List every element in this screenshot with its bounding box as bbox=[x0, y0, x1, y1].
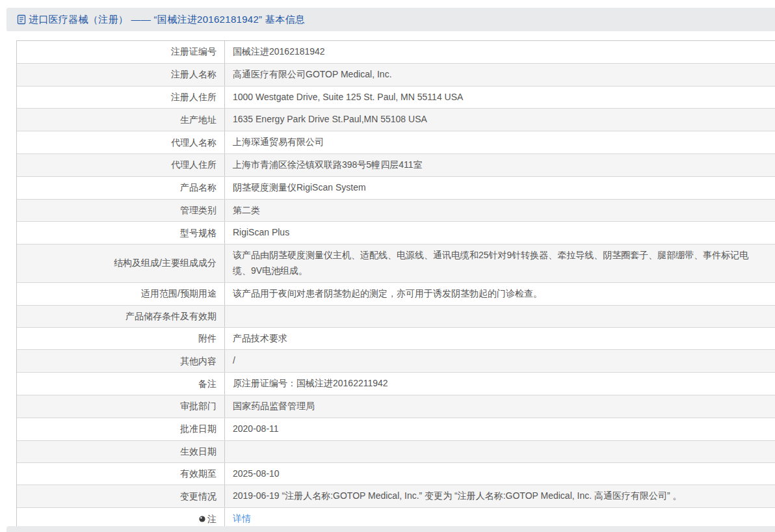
row-value: RigiScan Plus bbox=[225, 222, 775, 244]
row-label: 注册证编号 bbox=[17, 41, 225, 63]
row-value: 上海市青浦区徐泾镇双联路398号5幢四层411室 bbox=[225, 154, 775, 176]
row-value: 原注册证编号：国械注进20162211942 bbox=[225, 373, 775, 395]
row-value-text: 该产品由阴茎硬度测量仪主机、适配线、电源线、通讯电缆和25针对9针转换器、牵拉导… bbox=[233, 248, 757, 279]
table-row: 产品储存条件及有效期 bbox=[17, 306, 775, 328]
row-label-text: 其他内容 bbox=[180, 354, 217, 368]
table-row: 产品名称阴茎硬度测量仪RigiScan System bbox=[17, 177, 775, 200]
table-row: 生效日期 bbox=[17, 441, 775, 463]
row-label-text: 代理人住所 bbox=[171, 158, 217, 172]
row-label-text: 变更情况 bbox=[180, 490, 217, 503]
row-value-text: 上海市青浦区徐泾镇双联路398号5幢四层411室 bbox=[233, 157, 422, 173]
row-label-text: 产品储存条件及有效期 bbox=[125, 310, 217, 323]
row-label: 生效日期 bbox=[17, 441, 225, 462]
row-label-text: 产品名称 bbox=[180, 181, 217, 194]
row-value-text: 原注册证编号：国械注进20162211942 bbox=[233, 376, 388, 392]
document-icon bbox=[17, 14, 27, 25]
row-label-text: 注册人名称 bbox=[171, 68, 217, 81]
row-label-text: 管理类别 bbox=[180, 204, 217, 217]
row-label-text: 代理人名称 bbox=[171, 136, 217, 150]
row-value-text: 2019-06-19 “注册人名称:GOTOP Medical, Inc.” 变… bbox=[233, 488, 682, 504]
row-label: 注册人名称 bbox=[17, 64, 225, 86]
row-label: 产品名称 bbox=[17, 177, 225, 199]
row-value: 上海琛通贸易有限公司 bbox=[225, 131, 775, 153]
row-value: 1000 Westgate Drive, Suite 125 St. Paul,… bbox=[225, 86, 775, 109]
row-value: 2019-06-19 “注册人名称:GOTOP Medical, Inc.” 变… bbox=[225, 485, 775, 507]
table-row: 注册证编号国械注进20162181942 bbox=[17, 41, 775, 64]
row-value-text: 该产品用于夜间对患者阴茎勃起的测定，亦可用于诱发阴茎勃起的门诊检查。 bbox=[233, 286, 542, 302]
table-row: 有效期至2025-08-10 bbox=[17, 463, 775, 486]
row-value-text: 第二类 bbox=[233, 203, 260, 219]
row-label-text: 注册人住所 bbox=[171, 90, 217, 104]
section-header-bar: 进口医疗器械（注册） —— “国械注进20162181942” 基本信息 bbox=[7, 8, 775, 31]
detail-link[interactable]: 详情 bbox=[233, 511, 251, 527]
row-value: / bbox=[225, 350, 775, 372]
row-label: 注册人住所 bbox=[17, 86, 225, 109]
row-value-text: RigiScan Plus bbox=[233, 225, 289, 241]
row-label: 型号规格 bbox=[17, 222, 225, 244]
row-value: 该产品由阴茎硬度测量仪主机、适配线、电源线、通讯电缆和25针对9针转换器、牵拉导… bbox=[225, 245, 775, 282]
row-label: 其他内容 bbox=[17, 350, 225, 372]
row-label: 产品储存条件及有效期 bbox=[17, 306, 225, 327]
note-icon bbox=[198, 515, 206, 523]
row-label: 变更情况 bbox=[17, 485, 225, 507]
row-label-text: 批准日期 bbox=[180, 422, 217, 436]
row-label-text: 备注 bbox=[198, 377, 217, 391]
row-label: 管理类别 bbox=[17, 200, 225, 222]
table-row: 管理类别第二类 bbox=[17, 200, 775, 222]
page-title: 进口医疗器械（注册） —— “国械注进20162181942” 基本信息 bbox=[29, 14, 305, 26]
table-row: 代理人名称上海琛通贸易有限公司 bbox=[17, 131, 775, 154]
table-row: 代理人住所上海市青浦区徐泾镇双联路398号5幢四层411室 bbox=[17, 154, 775, 177]
table-row: 适用范围/预期用途该产品用于夜间对患者阴茎勃起的测定，亦可用于诱发阴茎勃起的门诊… bbox=[17, 283, 775, 306]
row-value-text: 1000 Westgate Drive, Suite 125 St. Paul,… bbox=[233, 90, 463, 105]
row-value: 1635 Energy Park Drive St.Paul,MN 55108 … bbox=[225, 109, 775, 131]
table-row: 注册人住所1000 Westgate Drive, Suite 125 St. … bbox=[17, 86, 775, 109]
row-label: 审批部门 bbox=[17, 395, 225, 418]
row-label: 代理人名称 bbox=[17, 131, 225, 153]
row-label-text: 附件 bbox=[198, 332, 217, 345]
row-label: 结构及组成/主要组成成分 bbox=[17, 245, 225, 282]
row-value: 该产品用于夜间对患者阴茎勃起的测定，亦可用于诱发阴茎勃起的门诊检查。 bbox=[225, 283, 775, 305]
row-value-text: / bbox=[233, 353, 235, 369]
row-value-text: 2020-08-11 bbox=[233, 421, 279, 437]
table-row: 结构及组成/主要组成成分该产品由阴茎硬度测量仪主机、适配线、电源线、通讯电缆和2… bbox=[17, 245, 775, 283]
row-label-text: 生效日期 bbox=[180, 445, 217, 459]
footer-bar bbox=[7, 526, 775, 532]
row-value bbox=[225, 441, 775, 462]
row-value-text: 1635 Energy Park Drive St.Paul,MN 55108 … bbox=[233, 112, 427, 127]
row-label: 代理人住所 bbox=[17, 154, 225, 176]
row-label: 附件 bbox=[17, 328, 225, 350]
registration-info-table: 注册证编号国械注进20162181942注册人名称高通医疗有限公司GOTOP M… bbox=[16, 40, 775, 531]
row-label-text: 结构及组成/主要组成成分 bbox=[114, 256, 217, 270]
row-value-text: 产品技术要求 bbox=[233, 331, 287, 347]
row-label: 备注 bbox=[17, 373, 225, 395]
row-value: 国家药品监督管理局 bbox=[225, 395, 775, 418]
table-row: 生产地址1635 Energy Park Drive St.Paul,MN 55… bbox=[17, 109, 775, 131]
row-value-text: 阴茎硬度测量仪RigiScan System bbox=[233, 180, 366, 196]
row-value: 第二类 bbox=[225, 200, 775, 222]
table-row: 备注原注册证编号：国械注进20162211942 bbox=[17, 373, 775, 395]
table-row: 审批部门国家药品监督管理局 bbox=[17, 395, 775, 418]
row-value-text: 2025-08-10 bbox=[233, 466, 280, 482]
row-label-text: 适用范围/预期用途 bbox=[141, 287, 217, 300]
row-value: 国械注进20162181942 bbox=[225, 41, 775, 63]
row-value-text: 国械注进20162181942 bbox=[233, 44, 325, 60]
row-label-text: 生产地址 bbox=[180, 113, 217, 127]
row-label-text: 注 bbox=[207, 512, 217, 526]
row-value: 2025-08-10 bbox=[225, 463, 775, 485]
row-value-text: 高通医疗有限公司GOTOP Medical, Inc. bbox=[233, 67, 392, 83]
row-label-text: 型号规格 bbox=[180, 226, 217, 240]
row-value bbox=[225, 306, 775, 327]
table-row: 注册人名称高通医疗有限公司GOTOP Medical, Inc. bbox=[17, 64, 775, 86]
row-value: 高通医疗有限公司GOTOP Medical, Inc. bbox=[225, 64, 775, 86]
row-label: 有效期至 bbox=[17, 463, 225, 485]
row-label-text: 有效期至 bbox=[180, 467, 217, 481]
row-value: 2020-08-11 bbox=[225, 418, 775, 440]
row-value-text: 国家药品监督管理局 bbox=[233, 399, 315, 414]
row-value: 阴茎硬度测量仪RigiScan System bbox=[225, 177, 775, 199]
row-label-text: 审批部门 bbox=[180, 399, 217, 413]
row-label-text: 注册证编号 bbox=[171, 45, 217, 59]
row-value-text: 上海琛通贸易有限公司 bbox=[233, 135, 324, 150]
table-row: 其他内容/ bbox=[17, 350, 775, 373]
table-row: 批准日期2020-08-11 bbox=[17, 418, 775, 441]
row-label: 适用范围/预期用途 bbox=[17, 283, 225, 305]
